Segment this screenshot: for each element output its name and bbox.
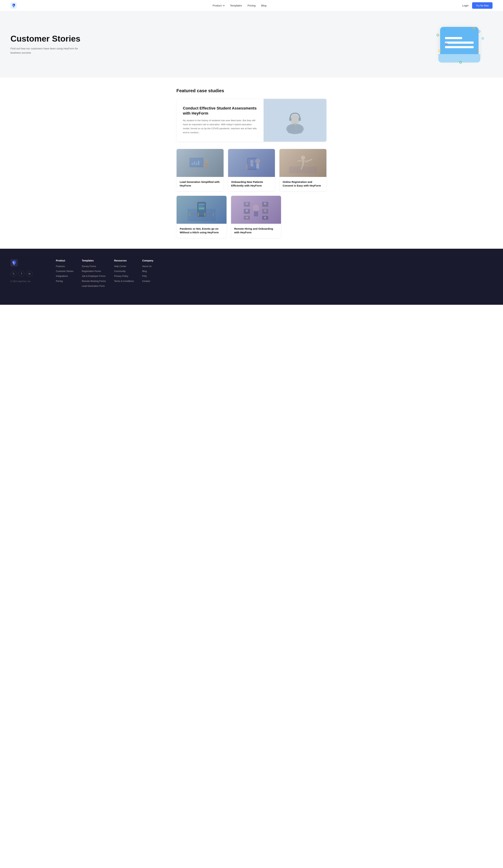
footer-blog-link[interactable]: Blog [142, 270, 153, 273]
svg-rect-21 [256, 164, 259, 168]
nav-blog[interactable]: Blog [261, 4, 266, 7]
svg-point-12 [204, 159, 208, 163]
story-card-1-title: Onboarding New Patients Efficiently with… [231, 180, 272, 187]
footer-logo-icon [10, 259, 18, 267]
story-card-3-title: Pandemic or Not, Events go on Without a … [180, 227, 223, 234]
svg-rect-35 [204, 213, 205, 216]
footer-col-resources: Resources Help Center Community Privacy … [114, 259, 134, 289]
footer-pricing-link[interactable]: Pricing [56, 280, 73, 283]
nav-right: Login Try for free [462, 2, 493, 9]
logo-icon [10, 2, 17, 9]
footer-copyright: © 2021 HeyForm, Inc. [10, 280, 45, 282]
logo[interactable] [10, 2, 17, 9]
chevron-down-icon [223, 4, 225, 6]
footer-job-forms-link[interactable]: Job & Employee Forms [82, 275, 106, 278]
story-card-4-body: Remote Hiring and Onboarding with HeyFor… [231, 224, 281, 238]
footer-integrations-link[interactable]: Integrations [56, 275, 73, 278]
story-card-2[interactable]: Online Registration and Consent is Easy … [279, 149, 327, 192]
doctor-illustration [237, 153, 266, 173]
svg-rect-4 [299, 118, 301, 121]
decoration-dot [445, 43, 448, 45]
svg-rect-10 [196, 162, 197, 165]
hero-title: Customer Stories [10, 34, 84, 43]
main-content: Featured case studies Conduct Effective … [173, 78, 330, 249]
nav-pricing[interactable]: Pricing [247, 4, 256, 7]
story-card-1-body: Onboarding New Patients Efficiently with… [228, 177, 275, 191]
martial-illustration [289, 153, 317, 173]
footer: 𝕏 f in © 2021 HeyForm, Inc. Product Feat… [0, 249, 503, 305]
decoration-dot [478, 30, 480, 32]
svg-point-44 [246, 217, 248, 219]
svg-rect-34 [198, 213, 199, 216]
footer-top: 𝕏 f in © 2021 HeyForm, Inc. Product Feat… [10, 259, 493, 289]
svg-point-40 [246, 203, 248, 205]
footer-col-templates: Templates Survey Forms Registration Form… [82, 259, 106, 289]
decoration-dot [459, 61, 462, 64]
svg-point-37 [253, 205, 259, 211]
footer-logo[interactable] [10, 259, 45, 267]
hero-text: Customer Stories Find out how our custom… [10, 34, 84, 55]
login-link[interactable]: Login [462, 4, 469, 7]
footer-about-link[interactable]: About Us [142, 265, 153, 268]
svg-rect-28 [198, 206, 204, 206]
footer-col-product-heading: Product [56, 259, 73, 262]
story-card-0-title: Lead Generation Simplified with HeyForm [180, 180, 220, 187]
hero-subtitle: Find out how our customers have been usi… [10, 46, 84, 55]
try-for-free-button[interactable]: Try for free [472, 2, 493, 9]
footer-privacy-link[interactable]: Privacy Policy [114, 275, 134, 278]
footer-faq-link[interactable]: FAQ [142, 275, 153, 278]
story-card-2-title: Online Registration and Consent is Easy … [283, 180, 323, 187]
story-card-3-body: Pandemic or Not, Events go on Without a … [177, 224, 227, 238]
nav-product-label: Product [213, 4, 222, 7]
story-card-0-image [177, 149, 224, 177]
svg-rect-11 [198, 161, 199, 165]
svg-rect-33 [189, 213, 191, 216]
svg-line-15 [207, 164, 209, 165]
footer-columns: Product Features Customer Stories Integr… [56, 259, 493, 289]
story-card-3-image: SUBMIT [177, 196, 227, 224]
svg-point-20 [255, 159, 260, 164]
hero-section: Customer Stories Find out how our custom… [0, 11, 503, 78]
svg-point-48 [264, 209, 266, 212]
featured-card-image [264, 99, 326, 142]
footer-customer-stories-link[interactable]: Customer Stories [56, 270, 73, 273]
footer-help-center-link[interactable]: Help Center [114, 265, 134, 268]
remote-illustration [242, 198, 270, 221]
event-illustration: SUBMIT [187, 198, 216, 221]
decoration-dot [444, 29, 446, 31]
story-card-1[interactable]: Onboarding New Patients Efficiently with… [228, 149, 275, 192]
featured-card[interactable]: Conduct Effective Student Assessments wi… [176, 99, 327, 142]
footer-lead-form-link[interactable]: Lead Generation Form [82, 285, 106, 288]
story-card-0[interactable]: Lead Generation Simplified with HeyForm [176, 149, 224, 192]
footer-social: 𝕏 f in [10, 271, 45, 277]
footer-remote-forms-link[interactable]: Remote Working Forms [82, 280, 106, 283]
student-illustration [279, 106, 311, 134]
footer-registration-forms-link[interactable]: Registration Forms [82, 270, 106, 273]
nav-templates[interactable]: Templates [230, 4, 242, 7]
featured-card-title: Conduct Effective Student Assessments wi… [183, 106, 257, 116]
featured-card-body: No student in the history of students ha… [183, 118, 257, 135]
footer-survey-forms-link[interactable]: Survey Forms [82, 265, 106, 268]
footer-contact-link[interactable]: Contact [142, 280, 153, 283]
facebook-link[interactable]: f [19, 271, 24, 277]
story-card-0-body: Lead Generation Simplified with HeyForm [177, 177, 224, 191]
footer-col-company-heading: Company [142, 259, 153, 262]
story-card-2-image [279, 149, 326, 177]
svg-rect-36 [213, 213, 214, 216]
twitter-link[interactable]: 𝕏 [10, 271, 17, 277]
nav-product[interactable]: Product [213, 4, 224, 7]
svg-rect-9 [194, 162, 195, 165]
footer-features-link[interactable]: Features [56, 265, 73, 268]
svg-point-46 [264, 203, 266, 205]
story-card-3[interactable]: SUBMIT Pandemic or Not, Events go on Wit… [176, 196, 227, 238]
decoration-dot [477, 50, 479, 51]
linkedin-link[interactable]: in [27, 271, 32, 277]
footer-community-link[interactable]: Community [114, 270, 134, 273]
svg-rect-3 [289, 118, 291, 121]
featured-section-title: Featured case studies [176, 88, 327, 93]
footer-terms-link[interactable]: Terms & Conditions [114, 280, 134, 283]
svg-rect-38 [254, 211, 258, 216]
decoration-dot [473, 27, 475, 29]
svg-point-18 [250, 160, 254, 163]
story-card-4[interactable]: Remote Hiring and Onboarding with HeyFor… [231, 196, 281, 238]
